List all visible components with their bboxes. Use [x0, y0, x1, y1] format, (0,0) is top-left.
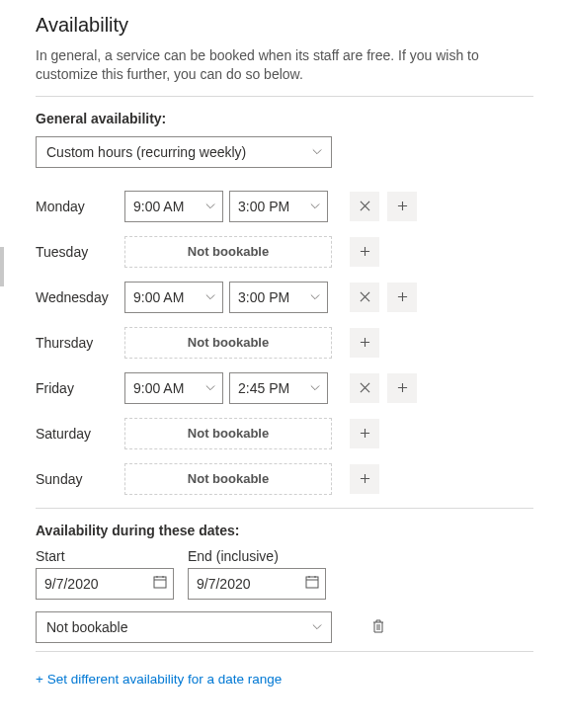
day-label: Thursday	[36, 335, 124, 351]
availability-mode-value: Custom hours (recurring weekly)	[46, 144, 246, 160]
weekly-hours-grid: Monday 9:00 AM 3:00 PM	[36, 190, 533, 496]
add-date-range-link-row: + Set different availability for a date …	[36, 672, 533, 687]
add-date-range-link[interactable]: + Set different availability for a date …	[36, 672, 282, 687]
not-bookable-badge: Not bookable	[124, 236, 332, 268]
start-date-label: Start	[36, 548, 174, 564]
day-label: Wednesday	[36, 289, 124, 305]
divider	[36, 651, 533, 652]
date-range-heading: Availability during these dates:	[36, 523, 533, 538]
start-time-value: 9:00 AM	[133, 380, 184, 396]
time-slot: 9:00 AM 3:00 PM	[124, 282, 332, 313]
general-availability-heading: General availability:	[36, 111, 533, 126]
page-description: In general, a service can be booked when…	[36, 46, 533, 84]
svg-rect-0	[154, 577, 166, 588]
add-slot-button[interactable]	[387, 373, 417, 403]
scroll-indicator	[0, 247, 4, 286]
divider	[36, 96, 533, 97]
remove-slot-button[interactable]	[350, 373, 379, 403]
start-time-value: 9:00 AM	[133, 199, 184, 214]
availability-mode-select[interactable]: Custom hours (recurring weekly)	[36, 136, 332, 168]
day-row-wednesday: Wednesday 9:00 AM 3:00 PM	[36, 281, 533, 314]
plus-icon	[360, 243, 370, 260]
not-bookable-badge: Not bookable	[124, 463, 332, 495]
start-time-select[interactable]: 9:00 AM	[124, 282, 223, 313]
chevron-down-icon	[204, 382, 216, 394]
not-bookable-badge: Not bookable	[124, 327, 332, 359]
end-date-value: 9/7/2020	[197, 576, 251, 592]
chevron-down-icon	[309, 201, 321, 212]
day-row-tuesday: Tuesday Not bookable	[36, 235, 533, 269]
day-row-saturday: Saturday Not bookable	[36, 417, 533, 450]
day-label: Sunday	[36, 471, 124, 487]
add-slot-button[interactable]	[350, 237, 379, 267]
day-row-thursday: Thursday Not bookable	[36, 326, 533, 360]
chevron-down-icon	[204, 291, 216, 303]
day-row-sunday: Sunday Not bookable	[36, 462, 533, 496]
start-time-value: 9:00 AM	[133, 289, 184, 305]
end-time-select[interactable]: 3:00 PM	[229, 282, 328, 313]
add-slot-button[interactable]	[387, 192, 417, 221]
delete-date-range-button[interactable]	[371, 618, 387, 636]
page-title: Availability	[36, 14, 533, 37]
svg-rect-4	[306, 577, 318, 588]
day-row-friday: Friday 9:00 AM 2:45 PM	[36, 371, 533, 405]
plus-icon	[360, 470, 370, 487]
day-label: Monday	[36, 199, 124, 214]
day-label: Friday	[36, 380, 124, 396]
end-time-value: 3:00 PM	[238, 289, 289, 305]
chevron-down-icon	[309, 291, 321, 303]
plus-icon	[397, 288, 408, 305]
divider	[36, 508, 533, 509]
chevron-down-icon	[204, 201, 216, 212]
end-time-value: 2:45 PM	[238, 380, 289, 396]
start-time-select[interactable]: 9:00 AM	[124, 372, 223, 404]
close-icon	[360, 288, 370, 305]
add-slot-button[interactable]	[387, 283, 417, 312]
availability-panel: Availability In general, a service can b…	[0, 0, 569, 706]
add-slot-button[interactable]	[350, 419, 379, 448]
end-date-label: End (inclusive)	[188, 548, 326, 564]
time-slot: 9:00 AM 2:45 PM	[124, 372, 332, 404]
remove-slot-button[interactable]	[350, 283, 379, 312]
time-slot: 9:00 AM 3:00 PM	[124, 191, 332, 222]
end-date-input[interactable]: 9/7/2020	[188, 568, 326, 600]
plus-icon	[360, 425, 370, 442]
chevron-down-icon	[309, 382, 321, 394]
start-date-input[interactable]: 9/7/2020	[36, 568, 174, 600]
chevron-down-icon	[311, 621, 323, 633]
end-time-select[interactable]: 2:45 PM	[229, 372, 328, 404]
trash-icon	[371, 621, 385, 637]
link-prefix: +	[36, 672, 47, 687]
remove-slot-button[interactable]	[350, 192, 379, 221]
end-time-select[interactable]: 3:00 PM	[229, 191, 328, 222]
not-bookable-badge: Not bookable	[124, 418, 332, 449]
end-time-value: 3:00 PM	[238, 199, 289, 214]
calendar-icon	[153, 575, 167, 592]
plus-icon	[397, 198, 408, 214]
date-range-section: Availability during these dates: Start 9…	[36, 523, 533, 643]
day-label: Tuesday	[36, 244, 124, 260]
date-range-mode-value: Not bookable	[46, 619, 128, 635]
plus-icon	[397, 379, 408, 396]
plus-icon	[360, 334, 370, 351]
close-icon	[360, 379, 370, 396]
start-date-value: 9/7/2020	[44, 576, 99, 592]
chevron-down-icon	[311, 146, 323, 158]
add-slot-button[interactable]	[350, 328, 379, 358]
calendar-icon	[305, 575, 319, 592]
day-row-monday: Monday 9:00 AM 3:00 PM	[36, 190, 533, 223]
date-range-mode-select[interactable]: Not bookable	[36, 611, 332, 643]
link-text: Set different availability for a date ra…	[47, 672, 283, 687]
day-label: Saturday	[36, 426, 124, 442]
start-time-select[interactable]: 9:00 AM	[124, 191, 223, 222]
add-slot-button[interactable]	[350, 464, 379, 494]
close-icon	[360, 198, 370, 214]
